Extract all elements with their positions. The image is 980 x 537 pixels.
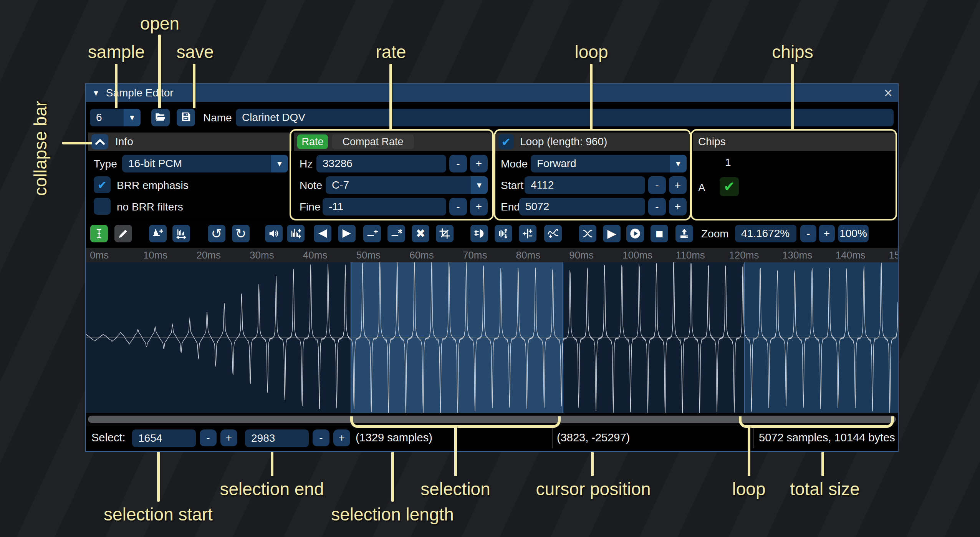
undo-button[interactable]: ↺ xyxy=(208,225,225,242)
filter-wave-icon xyxy=(547,228,559,239)
info-collapse-button[interactable] xyxy=(91,134,108,149)
play-circle-icon xyxy=(629,227,641,240)
selection-start-decrease-button[interactable]: - xyxy=(200,429,217,446)
play-icon: ▶ xyxy=(607,228,616,239)
type-label: Type xyxy=(94,158,117,170)
type-dropdown[interactable]: 16-bit PCM ▼ xyxy=(122,155,288,172)
annotation-collapse-bar: collapse bar xyxy=(30,101,51,196)
ruler-tick-label: 40ms xyxy=(303,249,328,261)
annotation-chips: chips xyxy=(772,41,813,62)
ruler-tick-label: 50ms xyxy=(356,249,381,261)
title-bar[interactable]: ▼ Sample Editor × xyxy=(86,84,898,102)
annotation-total-size: total size xyxy=(790,479,860,499)
annotation-selection-start: selection start xyxy=(104,504,213,525)
status-separator xyxy=(552,428,553,448)
window-collapse-icon[interactable]: ▼ xyxy=(92,89,100,98)
brr-emphasis-checkbox[interactable]: ✔ xyxy=(94,176,111,193)
annotation-open: open xyxy=(140,13,179,34)
status-bar: Select: 1654 - + 2983 - + (1329 samples)… xyxy=(86,426,898,451)
apply-silence-button[interactable] xyxy=(387,225,405,242)
play-button[interactable]: ▶ xyxy=(603,225,621,242)
type-dropdown-arrow[interactable]: ▼ xyxy=(271,155,288,172)
stop-button[interactable]: ■ xyxy=(651,225,668,242)
ruler-tick-label: 120ms xyxy=(729,249,759,261)
status-separator xyxy=(753,428,754,448)
save-sample-button[interactable] xyxy=(177,109,195,126)
pencil-icon xyxy=(118,228,129,239)
selection-end-increase-button[interactable]: + xyxy=(333,429,350,446)
annotation-save: save xyxy=(176,41,214,62)
invert-button[interactable] xyxy=(495,225,512,242)
selection-start-value: 1654 xyxy=(138,432,162,444)
resize-button[interactable] xyxy=(149,225,167,242)
ruler-tick-label: 110ms xyxy=(676,249,705,261)
zoom-field[interactable]: 41.1672% xyxy=(735,225,796,242)
waveform-canvas[interactable] xyxy=(86,262,898,413)
crop-icon xyxy=(439,228,450,239)
wave-updown-icon xyxy=(290,228,301,239)
redo-button[interactable]: ↻ xyxy=(232,225,250,242)
time-ruler[interactable]: 0ms10ms20ms30ms40ms50ms60ms70ms80ms90ms1… xyxy=(86,248,898,262)
annotation-bracket-loop xyxy=(739,416,894,428)
open-sample-button[interactable] xyxy=(151,109,170,126)
zoom-out-button[interactable]: - xyxy=(800,225,816,242)
signed-unsigned-button[interactable] xyxy=(519,225,536,242)
check-icon: ✔ xyxy=(97,178,107,192)
name-input[interactable]: Clarinet DQV xyxy=(236,109,894,126)
insert-silence-button[interactable] xyxy=(363,225,381,242)
selection-end-field[interactable]: 2983 xyxy=(245,429,309,447)
ruler-tick-label: 30ms xyxy=(250,249,274,261)
amplify-button[interactable] xyxy=(265,225,283,242)
fade-in-icon xyxy=(317,228,328,239)
selection-start-field[interactable]: 1654 xyxy=(132,429,196,447)
plusminus-icon xyxy=(522,228,533,239)
info-title: Info xyxy=(115,136,133,148)
reverse-button[interactable] xyxy=(470,225,488,242)
wave-stretch-icon xyxy=(175,228,187,239)
name-value: Clarinet DQV xyxy=(242,111,305,124)
resample-button[interactable] xyxy=(172,225,190,242)
fade-out-button[interactable] xyxy=(338,225,356,242)
callout-line-loop-bottom xyxy=(748,426,750,476)
close-icon[interactable]: × xyxy=(884,85,892,101)
annotation-selection-end: selection end xyxy=(220,479,324,499)
annotation-selection: selection xyxy=(420,479,490,499)
type-value: 16-bit PCM xyxy=(128,157,182,170)
callout-line-open xyxy=(158,35,161,108)
normalize-button[interactable] xyxy=(287,225,305,242)
fade-out-icon xyxy=(341,228,353,239)
info-panel: Info Type 16-bit PCM ▼ ✔ BRR emphasis ✔ … xyxy=(88,133,292,220)
selection-start-increase-button[interactable]: + xyxy=(220,429,237,446)
no-brr-filters-checkbox[interactable]: ✔ xyxy=(94,198,111,215)
play-cursor-button[interactable] xyxy=(626,225,644,242)
ruler-tick-label: 70ms xyxy=(463,249,487,261)
sample-toolbar: Zoom 41.1672% - + 100% ↺↻✖▶■ xyxy=(86,221,898,247)
ruler-tick-label: 130ms xyxy=(782,249,812,261)
redo-icon: ↻ xyxy=(235,228,247,240)
callout-line-selection xyxy=(454,426,457,476)
trim-button[interactable] xyxy=(436,225,454,242)
delete-button[interactable]: ✖ xyxy=(412,225,429,242)
import-button[interactable] xyxy=(675,225,693,242)
sample-index-dropdown-arrow[interactable]: ▼ xyxy=(124,109,141,126)
ruler-tick-label: 10ms xyxy=(143,249,168,261)
annotation-loop-bottom: loop xyxy=(732,479,766,499)
undo-icon: ↺ xyxy=(211,228,222,240)
ruler-tick-label: 80ms xyxy=(516,249,541,261)
zoom-in-button[interactable]: + xyxy=(819,225,835,242)
crossfade-button[interactable] xyxy=(579,225,596,242)
waveform-display[interactable] xyxy=(86,262,898,413)
fade-in-button[interactable] xyxy=(314,225,331,242)
apply-filter-button[interactable] xyxy=(544,225,562,242)
zoom-reset-button[interactable]: 100% xyxy=(838,225,869,242)
callout-line-chips xyxy=(791,64,794,130)
chevron-up-icon xyxy=(95,139,105,149)
select-mode-button[interactable] xyxy=(90,225,108,242)
annotation-sample: sample xyxy=(88,41,145,62)
sample-index-dropdown[interactable]: 6 ▼ xyxy=(90,109,141,126)
selection-end-decrease-button[interactable]: - xyxy=(313,429,329,446)
draw-mode-button[interactable] xyxy=(114,225,132,242)
annotation-box-rate xyxy=(290,129,494,220)
ruler-tick-label: 150ms xyxy=(889,249,898,261)
curves-icon xyxy=(582,228,593,239)
